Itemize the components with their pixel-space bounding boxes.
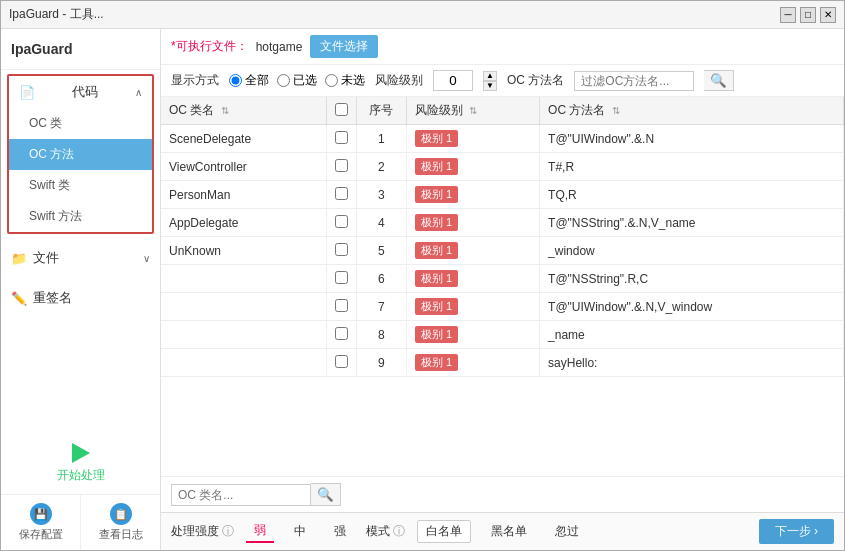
sidebar-logo: IpaGuard xyxy=(1,29,160,70)
cell-oc-class: SceneDelegate xyxy=(161,125,326,153)
sort-oc-class-icon[interactable]: ⇅ xyxy=(221,105,229,116)
select-all-checkbox[interactable] xyxy=(335,103,348,116)
radio-all[interactable]: 全部 xyxy=(229,72,269,89)
sort-risk-icon[interactable]: ⇅ xyxy=(469,105,477,116)
close-button[interactable]: ✕ xyxy=(820,7,836,23)
maximize-button[interactable]: □ xyxy=(800,7,816,23)
cell-checkbox xyxy=(326,181,356,209)
filter-bar: 显示方式 全部 已选 未选 风险级别 xyxy=(161,65,844,97)
cell-oc-method: _window xyxy=(540,237,844,265)
rename-label: 重签名 xyxy=(33,289,72,307)
display-radio-group: 全部 已选 未选 xyxy=(229,72,365,89)
cell-risk: 极别 1 xyxy=(406,209,539,237)
save-config-button[interactable]: 💾 保存配置 xyxy=(1,495,81,550)
row-checkbox-6[interactable] xyxy=(335,299,348,312)
table-row: UnKnown 5 极别 1 _window xyxy=(161,237,844,265)
cell-risk: 极别 1 xyxy=(406,349,539,377)
minimize-button[interactable]: ─ xyxy=(780,7,796,23)
mode-info-icon[interactable]: ⓘ xyxy=(393,523,405,540)
right-panel: *可执行文件： hotgame 文件选择 显示方式 全部 已选 xyxy=(161,29,844,550)
risk-level-label: 风险级别 xyxy=(375,72,423,89)
sidebar-bottom: 开始处理 xyxy=(1,433,160,494)
row-checkbox-3[interactable] xyxy=(335,215,348,228)
rename-icon: ✏️ xyxy=(11,291,27,306)
cell-oc-method: T@"NSString".R,C xyxy=(540,265,844,293)
whitelist-mode-button[interactable]: 白名单 xyxy=(417,520,471,543)
save-icon: 💾 xyxy=(30,503,52,525)
bottom-bar: 处理强度 ⓘ 弱 中 强 模式 ⓘ 白名单 黑名单 忽过 下一步 › xyxy=(161,512,844,550)
cell-risk: 极别 1 xyxy=(406,125,539,153)
table-row: SceneDelegate 1 极别 1 T@"UIWindow".&.N xyxy=(161,125,844,153)
risk-badge: 极别 1 xyxy=(415,354,458,371)
cell-number: 3 xyxy=(356,181,406,209)
risk-level-input[interactable] xyxy=(433,70,473,91)
sort-method-icon[interactable]: ⇅ xyxy=(612,105,620,116)
view-log-button[interactable]: 📋 查看日志 xyxy=(81,495,160,550)
file-group: 📁 文件 ∨ xyxy=(1,242,160,274)
row-checkbox-4[interactable] xyxy=(335,243,348,256)
intensity-weak-button[interactable]: 弱 xyxy=(246,520,274,543)
intensity-strong-button[interactable]: 强 xyxy=(326,521,354,542)
radio-all-input[interactable] xyxy=(229,74,242,87)
risk-badge: 极别 1 xyxy=(415,270,458,287)
file-icon: 📁 xyxy=(11,251,27,266)
radio-selected-input[interactable] xyxy=(277,74,290,87)
data-table: OC 类名 ⇅ 序号 风险级别 ⇅ OC 方法名 ⇅ SceneDelegate… xyxy=(161,97,844,377)
risk-spin-up[interactable]: ▲ xyxy=(483,71,497,81)
cell-oc-method: T@"UIWindow".&.N,V_window xyxy=(540,293,844,321)
cell-number: 2 xyxy=(356,153,406,181)
col-checkbox xyxy=(326,97,356,125)
blacklist-mode-button[interactable]: 黑名单 xyxy=(483,521,535,542)
risk-badge: 极别 1 xyxy=(415,186,458,203)
cell-risk: 极别 1 xyxy=(406,293,539,321)
oc-method-search-input[interactable] xyxy=(574,71,694,91)
oc-method-label: OC 方法名 xyxy=(507,72,564,89)
table-row: 7 极别 1 T@"UIWindow".&.N,V_window xyxy=(161,293,844,321)
intensity-info-icon[interactable]: ⓘ xyxy=(222,524,234,538)
sidebar-item-swift-class[interactable]: Swift 类 xyxy=(9,170,152,201)
row-checkbox-0[interactable] xyxy=(335,131,348,144)
radio-unselected[interactable]: 未选 xyxy=(325,72,365,89)
choose-file-button[interactable]: 文件选择 xyxy=(310,35,378,58)
sidebar-item-oc-class[interactable]: OC 类 xyxy=(9,108,152,139)
table-row: 6 极别 1 T@"NSString".R,C xyxy=(161,265,844,293)
cell-checkbox xyxy=(326,153,356,181)
radio-unselected-input[interactable] xyxy=(325,74,338,87)
table-body: SceneDelegate 1 极别 1 T@"UIWindow".&.N Vi… xyxy=(161,125,844,377)
row-checkbox-7[interactable] xyxy=(335,327,348,340)
oc-class-search-button[interactable]: 🔍 xyxy=(311,483,341,506)
intensity-medium-button[interactable]: 中 xyxy=(286,521,314,542)
start-button[interactable]: 开始处理 xyxy=(57,443,105,484)
cell-oc-class: PersonMan xyxy=(161,181,326,209)
code-icon: 📄 xyxy=(19,85,35,100)
oc-search-button[interactable]: 🔍 xyxy=(704,70,734,91)
risk-badge: 极别 1 xyxy=(415,326,458,343)
radio-selected[interactable]: 已选 xyxy=(277,72,317,89)
save-label: 保存配置 xyxy=(19,527,63,542)
row-checkbox-1[interactable] xyxy=(335,159,348,172)
cell-oc-class xyxy=(161,293,326,321)
table-header-row: OC 类名 ⇅ 序号 风险级别 ⇅ OC 方法名 ⇅ xyxy=(161,97,844,125)
table-row: 9 极别 1 sayHello: xyxy=(161,349,844,377)
cell-oc-class xyxy=(161,349,326,377)
next-step-button[interactable]: 下一步 › xyxy=(759,519,834,544)
sidebar-item-oc-method[interactable]: OC 方法 xyxy=(9,139,152,170)
file-group-header[interactable]: 📁 文件 ∨ xyxy=(1,242,160,274)
ignore-mode-button[interactable]: 忽过 xyxy=(547,521,587,542)
row-checkbox-2[interactable] xyxy=(335,187,348,200)
row-checkbox-8[interactable] xyxy=(335,355,348,368)
col-oc-class: OC 类名 ⇅ xyxy=(161,97,326,125)
row-checkbox-5[interactable] xyxy=(335,271,348,284)
code-group-header[interactable]: 📄 代码 ∧ xyxy=(9,76,152,108)
oc-class-search-input[interactable] xyxy=(171,484,311,506)
title-bar: IpaGuard - 工具... ─ □ ✕ xyxy=(1,1,844,29)
col-number: 序号 xyxy=(356,97,406,125)
rename-item[interactable]: ✏️ 重签名 xyxy=(1,282,160,314)
sidebar-item-swift-method[interactable]: Swift 方法 xyxy=(9,201,152,232)
cell-risk: 极别 1 xyxy=(406,153,539,181)
window-title: IpaGuard - 工具... xyxy=(9,6,104,23)
cell-checkbox xyxy=(326,293,356,321)
risk-spin-down[interactable]: ▼ xyxy=(483,81,497,91)
cell-oc-method: T#,R xyxy=(540,153,844,181)
cell-number: 4 xyxy=(356,209,406,237)
